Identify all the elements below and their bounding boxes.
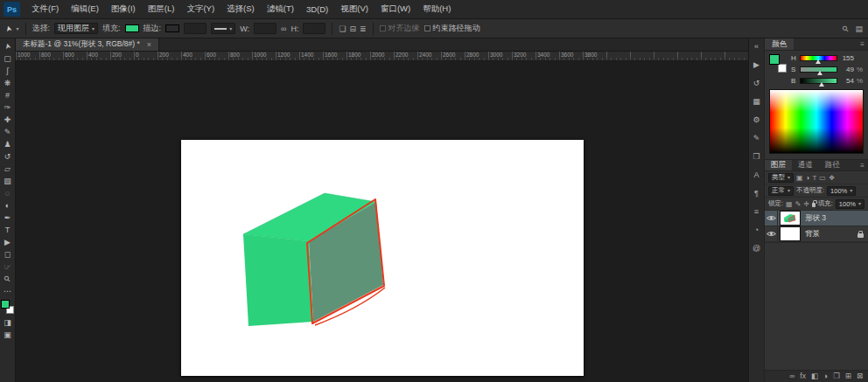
properties-panel-icon[interactable]: ⚙	[752, 115, 760, 125]
tab-paths[interactable]: 路径	[819, 160, 846, 170]
current-tool-icon[interactable]: ➤	[4, 24, 14, 33]
search-icon[interactable]: ⚲	[840, 24, 850, 34]
foreground-color-swatch[interactable]	[1, 300, 10, 309]
fill-swatch[interactable]	[125, 24, 139, 32]
foreground-background-swatches[interactable]	[769, 54, 787, 73]
filter-smart-icon[interactable]: ❖	[829, 174, 835, 182]
stroke-swatch[interactable]	[165, 24, 179, 32]
adjustment-layer-icon[interactable]: ◑	[823, 372, 828, 380]
layer-row-shape-3[interactable]: 形状 3	[765, 211, 868, 226]
tab-channels[interactable]: 通道	[792, 160, 819, 170]
tab-layers[interactable]: 图层	[765, 160, 792, 170]
quick-selection-tool-icon[interactable]: ❋	[0, 77, 15, 89]
eraser-tool-icon[interactable]: ▱	[0, 163, 15, 175]
menu-type[interactable]: 文字(Y)	[180, 0, 220, 18]
visibility-toggle[interactable]	[765, 226, 778, 241]
filter-pixel-icon[interactable]: ▣	[796, 174, 803, 182]
link-dimensions-icon[interactable]: ∞	[281, 24, 286, 33]
dodge-tool-icon[interactable]: ◐	[0, 199, 15, 212]
hand-tool-icon[interactable]: ☞	[0, 260, 15, 273]
filter-type-dropdown[interactable]: 类型 ▾	[768, 173, 794, 183]
blur-tool-icon[interactable]: ◌	[0, 187, 15, 199]
menu-image[interactable]: 图像(I)	[105, 0, 142, 18]
marquee-tool-icon[interactable]: ▢	[0, 52, 15, 65]
delete-layer-icon[interactable]: ⊠	[857, 372, 863, 380]
brightness-slider[interactable]: B 54 %	[791, 77, 864, 85]
edit-toolbar-icon[interactable]: ⋯	[0, 285, 15, 297]
menu-filter[interactable]: 滤镜(T)	[261, 0, 300, 18]
foreground-color-swatch[interactable]	[769, 54, 780, 65]
hue-slider-track[interactable]	[800, 55, 837, 61]
crop-tool-icon[interactable]: #	[0, 89, 15, 101]
stroke-style-dropdown[interactable]: ▾	[211, 23, 235, 34]
actions-panel-icon[interactable]: ▶	[753, 59, 760, 70]
tool-preset-caret-icon[interactable]: ▾	[17, 26, 19, 31]
history-panel-icon[interactable]: ↺	[753, 78, 760, 88]
type-tool-icon[interactable]: T	[0, 224, 15, 236]
menu-edit[interactable]: 编辑(E)	[65, 0, 105, 18]
align-edges-checkbox[interactable]: 对齐边缘	[380, 23, 420, 34]
link-layers-icon[interactable]: ∞	[789, 372, 794, 380]
slider-thumb[interactable]	[819, 82, 824, 87]
toolbar-color-swatches[interactable]	[1, 300, 14, 314]
character-panel-icon[interactable]: A	[753, 170, 759, 180]
menu-window[interactable]: 窗口(W)	[374, 0, 416, 18]
lasso-tool-icon[interactable]: ʃ	[0, 65, 15, 77]
select-mode-dropdown[interactable]: 现用图层 ▾	[54, 23, 98, 34]
layer-thumbnail[interactable]	[780, 227, 800, 240]
gradient-tool-icon[interactable]: ▧	[0, 175, 15, 187]
layer-thumbnail[interactable]	[780, 212, 800, 225]
pen-tool-icon[interactable]: ✒	[0, 212, 15, 224]
menu-select[interactable]: 选择(S)	[220, 0, 261, 18]
filter-adjustment-icon[interactable]: ◑	[806, 174, 810, 182]
artboard[interactable]	[181, 140, 584, 376]
screen-mode-icon[interactable]: ▣	[0, 329, 15, 341]
glyphs-panel-icon[interactable]: ≡	[754, 206, 759, 217]
menu-view[interactable]: 视图(V)	[334, 0, 374, 18]
blend-mode-dropdown[interactable]: 正常 ▾	[768, 186, 794, 196]
menu-layer[interactable]: 图层(L)	[142, 0, 181, 18]
filter-type-icon[interactable]: T	[812, 174, 816, 182]
layer-style-icon[interactable]: fx	[800, 372, 806, 380]
lock-position-icon[interactable]: ✛	[803, 200, 809, 208]
new-group-icon[interactable]: ❐	[833, 372, 840, 380]
height-input[interactable]	[303, 23, 326, 34]
lock-pixels-icon[interactable]: ✎	[795, 200, 802, 208]
new-layer-icon[interactable]: ⊞	[845, 372, 851, 380]
lock-transparent-icon[interactable]: ▦	[786, 200, 793, 208]
canvas-workspace[interactable]	[16, 61, 748, 382]
menu-file[interactable]: 文件(F)	[25, 0, 65, 18]
info-panel-icon[interactable]: ▦	[752, 96, 760, 107]
menu-3d[interactable]: 3D(D)	[300, 0, 334, 18]
brush-settings-panel-icon[interactable]: ✎	[753, 133, 760, 143]
zoom-tool-icon[interactable]: ⚲	[0, 273, 15, 285]
libraries-panel-icon[interactable]: @	[752, 243, 760, 254]
healing-brush-tool-icon[interactable]: ✚	[0, 114, 15, 126]
history-brush-tool-icon[interactable]: ↺	[0, 150, 15, 163]
layer-row-background[interactable]: 背景	[765, 226, 868, 242]
stroke-width-input[interactable]	[184, 23, 206, 34]
path-arrange-icon[interactable]: ≣	[360, 24, 367, 33]
path-selection-tool-icon[interactable]: ▶	[0, 236, 15, 248]
paragraph-panel-icon[interactable]: ¶	[754, 188, 759, 198]
opacity-dropdown[interactable]: 100% ▾	[827, 186, 856, 196]
filter-shape-icon[interactable]: ▭	[819, 174, 826, 182]
close-icon[interactable]: ×	[147, 40, 151, 49]
color-panel-tab[interactable]: 颜色	[765, 38, 794, 50]
brightness-slider-track[interactable]	[800, 78, 837, 84]
clone-stamp-tool-icon[interactable]: ♟	[0, 138, 15, 150]
clone-source-panel-icon[interactable]: ❐	[752, 151, 760, 162]
path-alignment-icon[interactable]: ⊟	[349, 24, 356, 33]
hue-slider[interactable]: H 155	[791, 54, 864, 62]
path-operations-icon[interactable]: ❏	[339, 24, 346, 33]
color-spectrum[interactable]	[769, 89, 864, 154]
panel-menu-icon[interactable]: ≡	[857, 38, 868, 50]
layers-panel-menu-icon[interactable]: ≡	[857, 160, 868, 170]
slider-thumb[interactable]	[817, 71, 822, 75]
constrain-path-drag-checkbox[interactable]: 约束路径拖动	[424, 23, 480, 34]
quick-mask-icon[interactable]: ◨	[0, 316, 15, 329]
eyedropper-tool-icon[interactable]: ✑	[0, 101, 15, 114]
background-color-swatch[interactable]	[778, 64, 787, 73]
collapse-panels-icon[interactable]: «	[754, 41, 759, 52]
slider-thumb[interactable]	[816, 59, 821, 64]
